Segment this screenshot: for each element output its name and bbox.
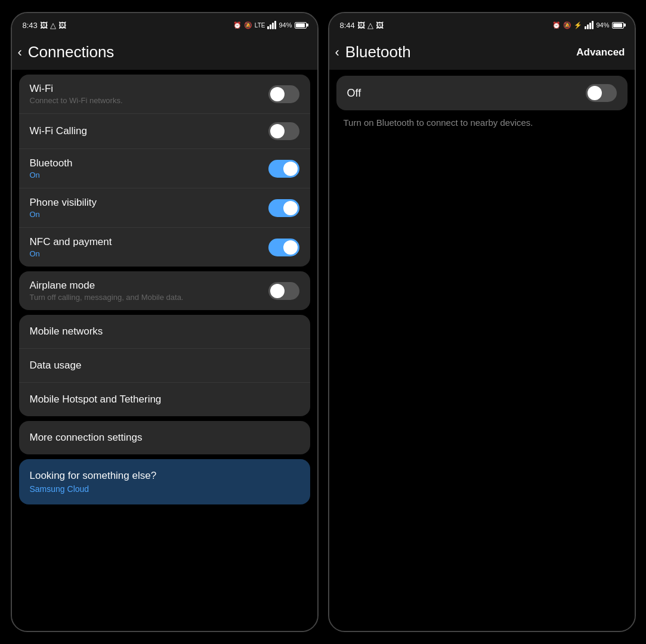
wifi-title: Wi-Fi bbox=[30, 83, 268, 95]
connections-screen: 8:43 🖼 △ 🖼 ⏰ 🔕 LTE 94% bbox=[11, 12, 319, 632]
looking-title: Looking for something else? bbox=[30, 470, 299, 482]
bt-drive-icon: △ bbox=[367, 21, 373, 30]
bluetooth-description: Turn on Bluetooth to connect to nearby d… bbox=[344, 116, 620, 129]
bluetooth-off-label: Off bbox=[347, 87, 361, 100]
bluetooth-time: 8:44 bbox=[340, 21, 355, 30]
hotspot-title: Mobile Hotspot and Tethering bbox=[30, 394, 162, 405]
signal-bar-2 bbox=[270, 24, 271, 29]
airplane-item[interactable]: Airplane mode Turn off calling, messagin… bbox=[19, 271, 310, 310]
connections-content: Wi-Fi Connect to Wi-Fi networks. Wi-Fi C… bbox=[12, 70, 317, 631]
bluetooth-page-header: ‹ Bluetooth Advanced bbox=[329, 35, 635, 70]
bt-battery-fill bbox=[613, 23, 623, 27]
wifi-calling-toggle-thumb bbox=[270, 124, 285, 138]
nfc-text: NFC and payment On bbox=[30, 236, 268, 258]
wifi-toggle-thumb bbox=[270, 87, 285, 101]
bluetooth-advanced-button[interactable]: Advanced bbox=[576, 47, 625, 58]
phone-visibility-text: Phone visibility On bbox=[30, 197, 268, 219]
bluetooth-subtitle: On bbox=[30, 171, 268, 179]
bluetooth-text: Bluetooth On bbox=[30, 157, 268, 179]
hotspot-item[interactable]: Mobile Hotspot and Tethering bbox=[19, 383, 310, 416]
bt-battery-icon bbox=[612, 22, 624, 29]
lte-icon: LTE bbox=[255, 22, 265, 29]
mobile-networks-title: Mobile networks bbox=[30, 326, 103, 338]
data-usage-title: Data usage bbox=[30, 360, 82, 371]
bt-signal-bar-3 bbox=[589, 23, 591, 29]
connections-back-button[interactable]: ‹ bbox=[18, 45, 22, 60]
nfc-toggle[interactable] bbox=[268, 239, 299, 256]
phone-visibility-subtitle: On bbox=[30, 210, 268, 219]
wifi-calling-item[interactable]: Wi-Fi Calling bbox=[19, 114, 310, 149]
phone-visibility-toggle[interactable] bbox=[268, 199, 299, 217]
connections-main-group: Wi-Fi Connect to Wi-Fi networks. Wi-Fi C… bbox=[19, 75, 310, 267]
mute-icon: 🔕 bbox=[244, 21, 252, 29]
bt-signal-bar-1 bbox=[585, 26, 586, 29]
connections-status-right: ⏰ 🔕 LTE 94% bbox=[233, 21, 307, 29]
drive-icon: △ bbox=[50, 21, 56, 30]
screens-wrapper: 8:43 🖼 △ 🖼 ⏰ 🔕 LTE 94% bbox=[0, 0, 646, 644]
connections-page-header: ‹ Connections bbox=[12, 35, 317, 70]
bluetooth-title: Bluetooth bbox=[30, 157, 268, 169]
wifi-item[interactable]: Wi-Fi Connect to Wi-Fi networks. bbox=[19, 75, 310, 114]
bt-gallery-icon: 🖼 bbox=[357, 21, 365, 30]
mobile-networks-item[interactable]: Mobile networks bbox=[19, 315, 310, 349]
data-usage-item[interactable]: Data usage bbox=[19, 349, 310, 383]
connections-battery-pct: 94% bbox=[279, 21, 292, 29]
bluetooth-toggle-thumb bbox=[283, 162, 298, 176]
bt-mute-icon: 🔕 bbox=[563, 21, 571, 29]
wifi-subtitle: Connect to Wi-Fi networks. bbox=[30, 96, 268, 105]
bluetooth-status-left: 8:44 🖼 △ 🖼 bbox=[340, 21, 384, 30]
bt-signal-bar-4 bbox=[592, 21, 594, 29]
nfc-toggle-thumb bbox=[283, 240, 298, 255]
connections-status-bar: 8:43 🖼 △ 🖼 ⏰ 🔕 LTE 94% bbox=[12, 13, 317, 35]
bt-signal-bar-2 bbox=[587, 24, 589, 29]
looking-sub: Samsung Cloud bbox=[30, 484, 299, 494]
battery-icon bbox=[295, 22, 307, 29]
bluetooth-page-title: Bluetooth bbox=[345, 43, 411, 61]
bluetooth-status-right: ⏰ 🔕 ⚡ 94% bbox=[552, 21, 623, 29]
phone-visibility-title: Phone visibility bbox=[30, 197, 268, 209]
connections-status-left: 8:43 🖼 △ 🖼 bbox=[23, 21, 66, 30]
signal-bars bbox=[267, 21, 276, 29]
bluetooth-back-button[interactable]: ‹ bbox=[335, 45, 339, 60]
nfc-title: NFC and payment bbox=[30, 236, 268, 248]
bluetooth-off-toggle[interactable] bbox=[586, 84, 617, 102]
bluetooth-battery-pct: 94% bbox=[596, 21, 609, 29]
gallery-icon: 🖼 bbox=[40, 21, 48, 30]
bluetooth-off-toggle-thumb bbox=[588, 86, 602, 100]
airplane-group: Airplane mode Turn off calling, messagin… bbox=[19, 271, 310, 310]
wifi-calling-toggle[interactable] bbox=[268, 122, 299, 140]
airplane-subtitle: Turn off calling, messaging, and Mobile … bbox=[30, 293, 268, 302]
signal-bar-1 bbox=[267, 26, 269, 29]
nfc-item[interactable]: NFC and payment On bbox=[19, 228, 310, 267]
bluetooth-off-card[interactable]: Off bbox=[336, 76, 628, 110]
bluetooth-screen: 8:44 🖼 △ 🖼 ⏰ 🔕 ⚡ 94% bbox=[328, 12, 636, 632]
airplane-toggle[interactable] bbox=[268, 282, 299, 300]
phone-visibility-toggle-thumb bbox=[283, 201, 298, 215]
wifi-toggle[interactable] bbox=[268, 85, 299, 103]
bluetooth-toggle[interactable] bbox=[268, 160, 299, 178]
connections-time: 8:43 bbox=[23, 21, 38, 30]
connections-title: Connections bbox=[28, 43, 115, 61]
airplane-text: Airplane mode Turn off calling, messagin… bbox=[30, 280, 268, 302]
more-connection-item[interactable]: More connection settings bbox=[19, 421, 310, 454]
bluetooth-header-left: ‹ Bluetooth bbox=[335, 43, 411, 61]
battery-fill bbox=[296, 23, 305, 27]
network-group: Mobile networks Data usage Mobile Hotspo… bbox=[19, 315, 310, 416]
more-group: More connection settings bbox=[19, 421, 310, 454]
phone-visibility-item[interactable]: Phone visibility On bbox=[19, 188, 310, 228]
wifi-calling-text: Wi-Fi Calling bbox=[30, 125, 268, 137]
bluetooth-item[interactable]: Bluetooth On bbox=[19, 149, 310, 188]
more-connection-title: More connection settings bbox=[30, 432, 143, 444]
nfc-subtitle: On bbox=[30, 249, 268, 258]
wifi-text: Wi-Fi Connect to Wi-Fi networks. bbox=[30, 83, 268, 105]
alarm-icon: ⏰ bbox=[233, 21, 242, 29]
looking-banner[interactable]: Looking for something else? Samsung Clou… bbox=[19, 459, 310, 504]
bt-signal-bars bbox=[585, 21, 594, 29]
airplane-toggle-thumb bbox=[270, 284, 285, 298]
bt-photo-icon: 🖼 bbox=[376, 21, 384, 30]
wifi-calling-title: Wi-Fi Calling bbox=[30, 125, 268, 137]
signal-bar-4 bbox=[274, 21, 276, 29]
airplane-title: Airplane mode bbox=[30, 280, 268, 292]
signal-bar-3 bbox=[272, 23, 274, 29]
bluetooth-content: Off Turn on Bluetooth to connect to near… bbox=[329, 70, 635, 631]
